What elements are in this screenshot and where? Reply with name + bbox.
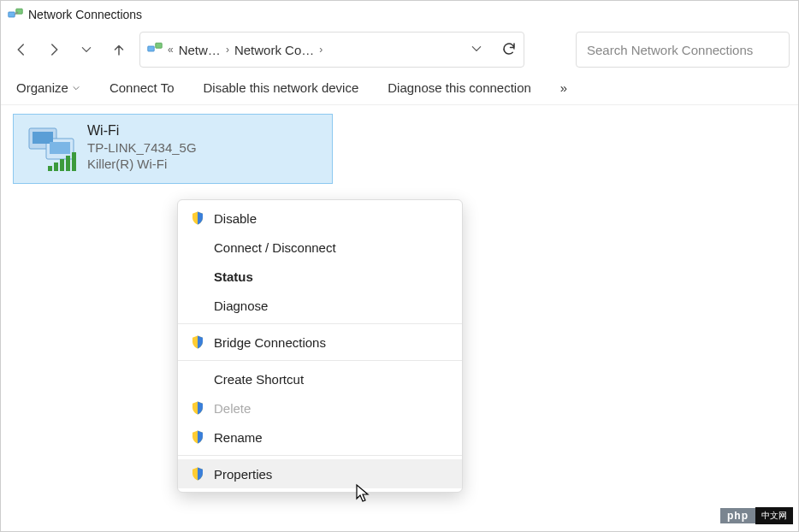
chevron-right-icon: ›	[319, 44, 323, 56]
svg-rect-12	[66, 156, 70, 171]
forward-button[interactable]	[42, 38, 66, 62]
adapter-name: Wi-Fi	[87, 123, 197, 139]
watermark-right: 中文网	[755, 507, 793, 524]
watermark: php 中文网	[720, 507, 793, 524]
address-bar[interactable]: « Netw… › Network Co… ›	[139, 32, 524, 68]
window-title: Network Connections	[28, 8, 142, 21]
adapter-icon	[24, 123, 79, 173]
overflow-icon: »	[560, 80, 567, 95]
nav-row: « Netw… › Network Co… ›	[1, 28, 798, 71]
back-button[interactable]	[9, 38, 33, 62]
adapter-text: Wi-Fi TP-LINK_7434_5G Killer(R) Wi-Fi	[87, 123, 197, 171]
svg-rect-4	[156, 43, 163, 48]
svg-rect-13	[72, 152, 76, 171]
chevron-down-icon	[72, 84, 80, 92]
shield-icon	[190, 400, 205, 416]
svg-rect-0	[9, 12, 15, 17]
organize-button[interactable]: Organize	[16, 80, 80, 95]
context-menu: Disable Connect / Disconnect Status Diag…	[177, 199, 463, 493]
diagnose-connection-button[interactable]: Diagnose this connection	[388, 80, 531, 95]
network-connections-icon	[8, 7, 23, 22]
ctx-disable[interactable]: Disable	[178, 204, 462, 233]
shield-icon	[190, 429, 205, 445]
breadcrumb-crumb-1[interactable]: Netw…	[179, 43, 221, 57]
address-dropdown-button[interactable]	[471, 43, 482, 57]
svg-rect-10	[54, 163, 58, 171]
window-frame: Network Connections « Netw… › Network	[0, 0, 799, 532]
search-box[interactable]	[576, 32, 790, 68]
svg-rect-3	[148, 46, 155, 51]
recent-dropdown-button[interactable]	[74, 38, 98, 62]
watermark-left: php	[720, 508, 755, 523]
ctx-bridge-connections[interactable]: Bridge Connections	[178, 328, 462, 357]
separator	[178, 455, 462, 456]
breadcrumb-prefix: «	[168, 44, 174, 56]
disable-device-button[interactable]: Disable this network device	[203, 80, 358, 95]
breadcrumb-crumb-2[interactable]: Network Co…	[234, 43, 314, 57]
ctx-diagnose[interactable]: Diagnose	[178, 291, 462, 320]
shield-icon	[190, 466, 205, 482]
titlebar: Network Connections	[1, 1, 798, 28]
adapter-tile-wifi[interactable]: Wi-Fi TP-LINK_7434_5G Killer(R) Wi-Fi	[13, 114, 333, 184]
svg-rect-11	[60, 159, 64, 171]
command-bar: Organize Connect To Disable this network…	[1, 71, 798, 105]
refresh-button[interactable]	[501, 41, 517, 59]
ctx-create-shortcut[interactable]: Create Shortcut	[178, 364, 462, 393]
adapter-ssid: TP-LINK_7434_5G	[87, 140, 197, 155]
ctx-properties[interactable]: Properties	[178, 459, 462, 488]
connect-to-button[interactable]: Connect To	[109, 80, 175, 95]
adapter-device: Killer(R) Wi-Fi	[87, 157, 197, 171]
ctx-delete: Delete	[178, 393, 462, 423]
shield-icon	[190, 210, 205, 226]
separator	[178, 360, 462, 361]
ctx-rename[interactable]: Rename	[178, 423, 462, 452]
svg-rect-8	[50, 142, 70, 154]
svg-rect-7	[33, 132, 53, 144]
organize-label: Organize	[16, 80, 68, 95]
shield-icon	[190, 334, 205, 350]
search-input[interactable]	[587, 43, 778, 57]
network-connections-icon	[147, 41, 163, 59]
overflow-button[interactable]: »	[560, 80, 567, 95]
ctx-connect-disconnect[interactable]: Connect / Disconnect	[178, 233, 462, 262]
ctx-status[interactable]: Status	[178, 262, 462, 291]
svg-rect-9	[48, 166, 52, 171]
up-button[interactable]	[107, 38, 131, 62]
separator	[178, 323, 462, 324]
chevron-right-icon: ›	[226, 44, 229, 56]
